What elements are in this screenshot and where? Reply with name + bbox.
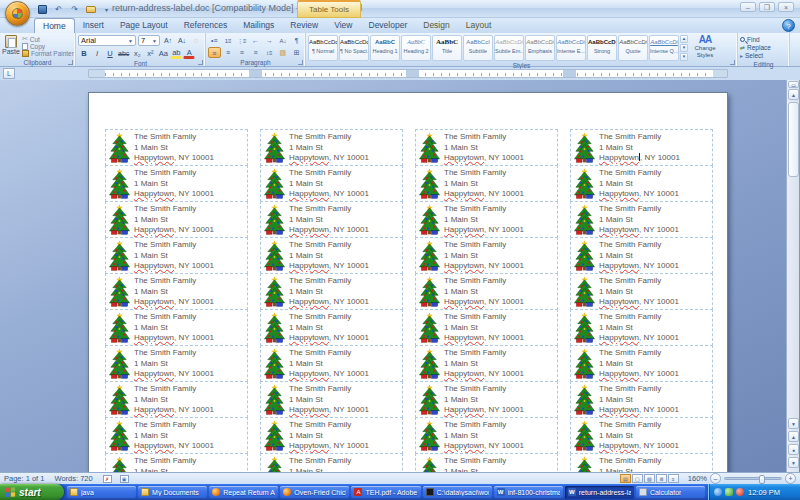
style-chip-intense-q-[interactable]: AaBbCcDiIntense Q... xyxy=(649,35,679,61)
address-label[interactable]: The Smith Family 1 Main St Happytown, NY… xyxy=(570,165,713,202)
redo-button[interactable]: ↷ xyxy=(68,3,81,15)
tab-review[interactable]: Review xyxy=(282,18,326,33)
tab-design[interactable]: Design xyxy=(415,18,457,33)
task-button-inf-8100-christmas-tr[interactable]: Winf-8100-christmas-tr... xyxy=(494,486,563,499)
address-label[interactable]: The Smith Family 1 Main St Happytown, NY… xyxy=(570,309,713,346)
multilevel-list-button[interactable] xyxy=(235,35,248,46)
align-right-button[interactable] xyxy=(235,47,248,58)
address-label[interactable]: The Smith Family 1 Main St Happytown, NY… xyxy=(415,345,558,382)
save-button[interactable] xyxy=(36,3,49,15)
minimize-button[interactable]: – xyxy=(740,2,756,12)
browse-object-button[interactable]: ● xyxy=(788,444,799,455)
change-styles-button[interactable]: AA Change Styles xyxy=(688,34,722,61)
style-chip-heading-2[interactable]: AaBbCHeading 2 xyxy=(401,35,431,61)
column-marker[interactable] xyxy=(563,70,576,77)
tab-insert[interactable]: Insert xyxy=(75,18,112,33)
help-button[interactable]: ? xyxy=(782,19,795,32)
address-label[interactable]: The Smith Family 1 Main St Happytown, NY… xyxy=(570,381,713,418)
previous-page-button[interactable]: ▲ xyxy=(788,431,799,442)
address-label[interactable]: The Smith Family 1 Main St Happytown, NY… xyxy=(105,237,248,274)
style-chip-heading-1[interactable]: AaBbCHeading 1 xyxy=(370,35,400,61)
close-button[interactable]: × xyxy=(778,2,794,12)
show-paragraph-marks-button[interactable] xyxy=(290,35,303,46)
superscript-button[interactable]: x² xyxy=(144,48,156,59)
align-left-button[interactable] xyxy=(208,47,221,58)
shrink-font-button[interactable] xyxy=(176,35,188,46)
task-button-oven-fried-chicken-r[interactable]: Oven-Fried Chicken R... xyxy=(280,486,349,499)
address-label[interactable]: The Smith Family 1 Main St Happytown, NY… xyxy=(415,165,558,202)
address-label[interactable]: The Smith Family 1 Main St Happytown, NY… xyxy=(105,201,248,238)
numbering-button[interactable] xyxy=(222,35,235,46)
highlight-color-button[interactable]: ab xyxy=(170,48,182,59)
horizontal-ruler[interactable] xyxy=(88,69,728,78)
address-label[interactable]: The Smith Family 1 Main St Happytown, NY… xyxy=(415,273,558,310)
underline-button[interactable]: U xyxy=(104,48,116,59)
draft-view-button[interactable]: ≡ xyxy=(668,474,679,483)
style-chip-subtitle[interactable]: AaBbCcISubtitle xyxy=(463,35,493,61)
justify-button[interactable] xyxy=(249,47,262,58)
select-button[interactable]: ▸Select xyxy=(740,51,787,59)
clear-formatting-button[interactable] xyxy=(190,35,202,46)
tab-home[interactable]: Home xyxy=(34,18,75,33)
address-label[interactable]: The Smith Family 1 Main St Happytown, NY… xyxy=(260,309,403,346)
font-family-select[interactable]: Arial▼ xyxy=(78,35,136,46)
subscript-button[interactable]: x₂ xyxy=(131,48,143,59)
word-count[interactable]: Words: 720 xyxy=(54,474,92,483)
font-color-button[interactable]: A xyxy=(183,48,195,59)
styles-scroll-down-button[interactable]: ▼ xyxy=(680,44,688,52)
address-label[interactable]: The Smith Family 1 Main St Happytown, NY… xyxy=(105,129,248,166)
address-label[interactable]: The Smith Family 1 Main St Happytown, NY… xyxy=(260,237,403,274)
style-chip-title[interactable]: AaBbCTitle xyxy=(432,35,462,61)
style-chip-intense-e-[interactable]: AaBbCcDiIntense E... xyxy=(556,35,586,61)
tab-stop-selector[interactable]: L xyxy=(3,68,15,79)
address-label[interactable]: The Smith Family 1 Main St Happytown, NY… xyxy=(105,381,248,418)
zoom-slider[interactable] xyxy=(724,477,782,480)
italic-button[interactable]: I xyxy=(91,48,103,59)
page-indicator[interactable]: Page: 1 of 1 xyxy=(4,474,44,483)
task-button-c-data-ysaci-wordpre[interactable]: C:\data\ysaci\wordpre... xyxy=(423,486,492,499)
restore-button[interactable]: ❒ xyxy=(759,2,775,12)
document-page[interactable]: The Smith Family 1 Main St Happytown, NY… xyxy=(88,92,728,472)
strikethrough-button[interactable]: abc xyxy=(117,48,130,59)
address-label[interactable]: The Smith Family 1 Main St Happytown, NY… xyxy=(260,273,403,310)
task-button-teh-pdf-adobe-rea[interactable]: ATEH.pdf - Adobe Rea... xyxy=(351,486,420,499)
sort-button[interactable] xyxy=(277,35,290,46)
volume-icon[interactable] xyxy=(714,488,722,496)
paragraph-dialog-launcher[interactable] xyxy=(298,60,303,65)
address-label[interactable]: The Smith Family 1 Main St Happytown, NY… xyxy=(260,417,403,454)
address-label[interactable]: The Smith Family 1 Main St Happytown, NY… xyxy=(260,165,403,202)
outline-view-button[interactable]: ≣ xyxy=(656,474,667,483)
address-label[interactable]: The Smith Family 1 Main St Happytown, NY… xyxy=(105,309,248,346)
address-label[interactable]: The Smith Family 1 Main St Happytown, NY… xyxy=(570,201,713,238)
change-case-button[interactable]: Aa xyxy=(157,48,169,59)
macro-status-icon[interactable]: ▣ xyxy=(120,475,129,483)
tab-page-layout[interactable]: Page Layout xyxy=(112,18,176,33)
styles-dialog-launcher[interactable] xyxy=(730,60,735,65)
address-label[interactable]: The Smith Family 1 Main St Happytown, NY… xyxy=(260,345,403,382)
task-button-my-documents[interactable]: My Documents xyxy=(138,486,207,499)
address-label[interactable]: The Smith Family 1 Main St Happytown, NY… xyxy=(105,345,248,382)
tab-view[interactable]: View xyxy=(326,18,360,33)
zoom-slider-thumb[interactable] xyxy=(759,475,765,484)
web-layout-view-button[interactable]: ▧ xyxy=(644,474,655,483)
bold-button[interactable]: B xyxy=(78,48,90,59)
styles-scroll-up-button[interactable]: ▲ xyxy=(680,35,688,43)
undo-button[interactable]: ↶ xyxy=(52,3,65,15)
cut-button[interactable]: ✂Cut xyxy=(22,35,74,43)
ruler-toggle-button[interactable]: ▭ xyxy=(788,81,799,88)
decrease-indent-button[interactable] xyxy=(249,35,262,46)
address-label[interactable]: The Smith Family 1 Main St Happytown, NY… xyxy=(260,129,403,166)
scrollbar-thumb[interactable] xyxy=(788,102,799,177)
task-button-repeat-return-addre[interactable]: Repeat Return Addre... xyxy=(209,486,278,499)
increase-indent-button[interactable] xyxy=(263,35,276,46)
style-chip-emphasis[interactable]: AaBbCcDiEmphasis xyxy=(525,35,555,61)
address-label[interactable]: The Smith Family 1 Main St Happytown, NY… xyxy=(415,309,558,346)
align-center-button[interactable] xyxy=(222,47,235,58)
address-label[interactable]: The Smith Family 1 Main St Happytown, NY… xyxy=(570,129,713,166)
address-label[interactable]: The Smith Family 1 Main St Happytown, NY… xyxy=(570,345,713,382)
address-label[interactable]: The Smith Family 1 Main St Happytown, NY… xyxy=(260,201,403,238)
start-button[interactable]: start xyxy=(0,484,64,500)
styles-more-button[interactable]: ▼ xyxy=(680,53,688,61)
scroll-down-arrow[interactable]: ▼ xyxy=(788,418,799,429)
address-label[interactable]: The Smith Family 1 Main St Happytown, NY… xyxy=(415,417,558,454)
